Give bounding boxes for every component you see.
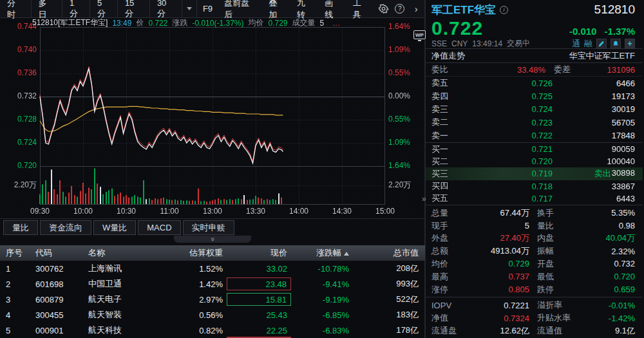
stat-label: 均价 — [431, 258, 448, 270]
tab-timeline[interactable]: 分时 — [0, 0, 32, 17]
tab-money-flow[interactable]: 资金流向 — [40, 220, 91, 235]
cell-cap: 183亿 — [353, 309, 425, 321]
more-indicator[interactable]: ... — [332, 19, 341, 28]
col-price[interactable]: 现价 — [227, 247, 291, 259]
chart-time: 13:49 — [112, 19, 131, 28]
info-icon[interactable]: i — [500, 6, 508, 14]
ask-price: 0.725 — [460, 91, 553, 101]
quote-time: 13:49:14 — [472, 39, 502, 48]
add-watchlist-button[interactable]: + — [625, 39, 635, 49]
ask-row-2[interactable]: 卖二 0.723 56705 — [431, 116, 635, 129]
ask-price: 0.726 — [460, 79, 553, 88]
tab-15min[interactable]: 15分 — [118, 0, 150, 17]
bid-volume: 33867 — [553, 182, 635, 191]
table-row[interactable]: 1 300762 上海瀚讯 1.52% 33.02 -10.78% 208亿 — [0, 261, 425, 276]
ask-price: 0.722 — [460, 131, 553, 140]
panel-expand-handle[interactable]: » — [422, 194, 426, 203]
ask-row-5[interactable]: 卖五 0.726 6466 — [431, 77, 635, 89]
cell-change: -10.78% — [291, 264, 353, 274]
stat-label: 换手 — [537, 207, 554, 219]
table-row[interactable]: 2 601698 中国卫通 1.42% 23.48 -9.41% 993亿 — [0, 276, 425, 292]
tab-multiday[interactable]: 多日 — [32, 0, 63, 17]
cell-code: 300455 — [30, 310, 82, 320]
tab-volume-ratio[interactable]: 量比 — [3, 220, 38, 235]
menu-nine-turn[interactable]: 九转 — [291, 0, 319, 17]
col-change[interactable]: 涨跌幅 — [291, 247, 353, 259]
bid-price: 0.721 — [460, 144, 553, 154]
menu-overlay[interactable]: 叠加 — [263, 0, 291, 17]
table-row[interactable]: 5 000901 航天科技 0.82% 22.25 -6.83% 178亿 — [0, 323, 425, 338]
margin-tag-tong[interactable]: 通 — [572, 38, 580, 50]
stat-label: 总额 — [431, 245, 448, 257]
menu-draw-line[interactable]: 画线 — [319, 0, 347, 17]
bid-row-2[interactable]: 买二 0.720 100040 — [431, 155, 635, 167]
bid-price: 0.718 — [460, 182, 553, 191]
menu-tools[interactable]: 工具 — [347, 0, 375, 17]
tab-1min[interactable]: 1分 — [62, 0, 90, 17]
ask-row-1[interactable]: 卖一 0.722 17848 — [431, 129, 635, 142]
commission-ratio-row: 委比 33.48% 委差 131096 — [426, 63, 643, 77]
trading-status: 交易中 — [507, 38, 530, 49]
table-row[interactable]: 4 300455 航天智装 0.56% 25.43 -6.85% 183亿 — [0, 307, 425, 323]
double-chevron-down-icon: » — [210, 237, 216, 241]
tab-30min[interactable]: 30分 — [150, 0, 182, 17]
table-header-row: 序号 代码 名称 估算权重 现价 涨跌幅 总市值 — [0, 245, 425, 261]
security-code: 512810 — [594, 3, 635, 17]
alert-button[interactable] — [611, 39, 621, 49]
bid-row-3-highlighted[interactable]: 买三 0.719 卖出30898 — [426, 167, 643, 180]
margin-tag-rong[interactable]: 融 — [584, 38, 592, 50]
wb-value: 33.48% — [448, 65, 545, 75]
wc-label: 委差 — [554, 64, 571, 75]
col-name[interactable]: 名称 — [82, 247, 161, 259]
cell-seq: 2 — [0, 279, 30, 289]
ask-row-4[interactable]: 卖四 0.725 19173 — [431, 89, 635, 102]
tab-5min[interactable]: 5分 — [90, 0, 118, 17]
bid-row-4[interactable]: 买四 0.718 33867 — [431, 180, 635, 192]
cell-price: 25.43 — [227, 310, 291, 320]
cell-code: 601698 — [30, 279, 82, 289]
col-seq[interactable]: 序号 — [0, 247, 30, 259]
stat-value: 67.44万 — [500, 207, 529, 219]
collapse-handle[interactable]: » — [174, 236, 251, 243]
stat-label: 流通值 — [537, 325, 562, 337]
bid-row-1[interactable]: 买一 0.721 90059 — [431, 143, 635, 155]
toolbar-expand-button[interactable]: › — [408, 0, 424, 17]
table-row[interactable]: 3 600879 航天电子 2.97% 15.81 -9.19% 522亿 — [0, 292, 425, 307]
cell-change: -9.41% — [291, 279, 353, 289]
ask-volume: 6466 — [553, 79, 635, 88]
cell-price: 22.25 — [227, 326, 291, 335]
tab-w-volume-ratio[interactable]: W量比 — [93, 220, 136, 235]
intraday-chart[interactable] — [0, 18, 425, 218]
settings-button[interactable] — [375, 0, 392, 17]
menu-pre-post-market[interactable]: 盘前盘后 — [218, 0, 263, 17]
period-dropdown[interactable] — [182, 0, 197, 17]
last-price: 0.722 — [431, 17, 483, 39]
bid-label: 买三 — [431, 168, 460, 180]
col-code[interactable]: 代码 — [30, 247, 82, 259]
tab-macd[interactable]: MACD — [138, 220, 180, 235]
col-market-cap[interactable]: 总市值 — [353, 247, 425, 259]
nav-trend-row[interactable]: 净值走势 华宝中证军工ETF — [426, 49, 643, 63]
help-button[interactable]: ? — [392, 0, 408, 17]
avg-value: 0.729 — [268, 19, 287, 28]
quote-header: 军工ETF华宝 i 512810 0.722 -0.010 -1.37% SSE… — [426, 0, 643, 49]
bid-row-5[interactable]: 买五 0.717 6443 — [431, 192, 635, 205]
stat-value: 0.7324 — [504, 314, 529, 323]
ask-row-3[interactable]: 卖三 0.724 30019 — [431, 103, 635, 116]
stat-value: 0.720 — [614, 272, 635, 281]
fund-full-name: 华宝中证军工ETF — [569, 50, 635, 62]
stat-value: 5.35% — [611, 208, 635, 218]
ask-volume: 17848 — [553, 131, 635, 140]
price-flash-box-red: 23.48 — [227, 277, 291, 290]
cell-change: -9.19% — [291, 295, 353, 305]
security-name[interactable]: 军工ETF华宝 — [431, 3, 496, 17]
wp-overlay-icon[interactable]: WP — [413, 30, 426, 39]
col-weight[interactable]: 估算权重 — [161, 247, 227, 259]
edit-button[interactable] — [596, 39, 607, 49]
bottom-tab-bar: 量比 资金流向 W量比 MACD 实时申赎 — [0, 219, 424, 236]
stat-value: 0.729 — [508, 259, 529, 268]
tab-realtime-creation[interactable]: 实时申赎 — [183, 220, 234, 235]
stat-value: -1.42% — [609, 314, 635, 323]
stat-value: 40.04万 — [605, 232, 635, 244]
menu-f9[interactable]: F9 — [197, 0, 218, 17]
